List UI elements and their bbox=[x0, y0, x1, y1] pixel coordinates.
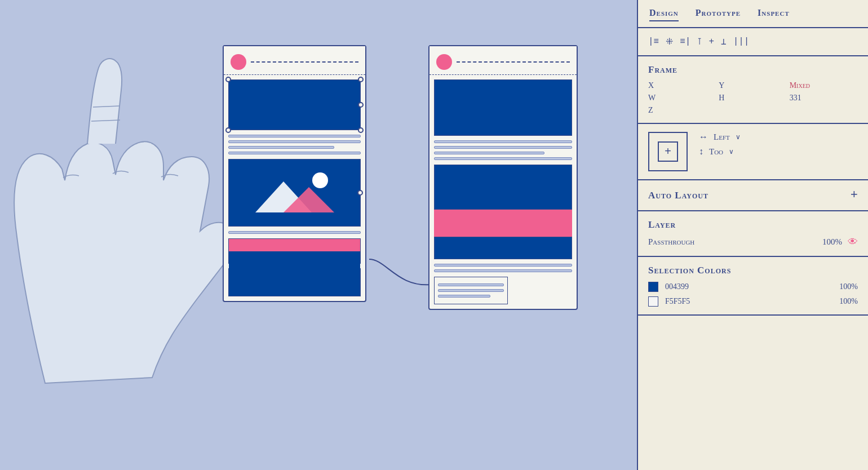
wire-line bbox=[438, 289, 504, 292]
wire-right-dark-image2 bbox=[434, 165, 572, 210]
horizontal-constraint-row: ↔ Left ∨ bbox=[699, 132, 858, 142]
svg-point-4 bbox=[312, 172, 328, 188]
color-swatch-light[interactable] bbox=[648, 296, 658, 307]
wireframe-right bbox=[428, 45, 578, 310]
wire-right-dot bbox=[436, 54, 452, 70]
x-label: X bbox=[648, 81, 716, 90]
layer-opacity-value[interactable]: 100% bbox=[822, 237, 842, 247]
wire-right-dash bbox=[457, 61, 570, 63]
wire-line bbox=[228, 135, 361, 138]
wire-left-dash bbox=[251, 61, 358, 63]
handle-tl[interactable] bbox=[225, 77, 231, 82]
wire-right-section1 bbox=[434, 79, 572, 136]
frame-props-grid: X Y Mixed W H 331 Z bbox=[648, 81, 858, 115]
wire-pink-dark-bar bbox=[229, 251, 360, 276]
handle-mr[interactable] bbox=[358, 102, 364, 108]
wire-left-section1 bbox=[228, 79, 361, 130]
wire-left-lines1 bbox=[228, 135, 361, 154]
wire-right-lines2 bbox=[434, 264, 572, 272]
h-value[interactable]: 331 bbox=[790, 94, 858, 103]
wire-left-dot bbox=[231, 54, 246, 70]
color-swatch-dark[interactable] bbox=[648, 282, 658, 292]
align-left-icon[interactable]: |≡ bbox=[648, 37, 659, 47]
layer-right-controls: 100% 👁 bbox=[822, 236, 858, 248]
y-label: Y bbox=[719, 81, 787, 90]
align-bottom-icon[interactable]: ⊥ bbox=[721, 36, 727, 47]
wire-line bbox=[438, 283, 504, 286]
y-value[interactable]: Mixed bbox=[790, 81, 858, 90]
align-middle-icon[interactable]: + bbox=[708, 37, 714, 47]
wire-line bbox=[228, 146, 334, 149]
layer-row: Passthrough 100% 👁 bbox=[648, 236, 858, 248]
color-percent-dark[interactable]: 100% bbox=[839, 282, 858, 291]
wire-left-pink bbox=[228, 238, 361, 264]
horizontal-label[interactable]: Left bbox=[714, 132, 730, 142]
h-arrow-icon: ↔ bbox=[699, 132, 708, 142]
wire-line bbox=[438, 295, 490, 298]
align-right-icon[interactable]: ≡| bbox=[680, 37, 690, 47]
align-center-h-icon[interactable]: ⁜ bbox=[666, 36, 673, 47]
wire-line bbox=[434, 152, 544, 154]
auto-layout-section: Auto Layout + bbox=[638, 180, 868, 211]
wire-right-pink bbox=[434, 210, 572, 237]
align-tools: |≡ ⁜ ≡| ⊺ + ⊥ ||| bbox=[648, 36, 858, 47]
frame-icon-inner: + bbox=[658, 141, 678, 162]
handle-photo-mr[interactable] bbox=[357, 190, 363, 196]
selection-colors-section: Selection Colors 004399 100% F5F5F5 100% bbox=[638, 257, 868, 316]
illustration-area bbox=[0, 0, 637, 470]
wire-line bbox=[228, 152, 361, 154]
tab-inspect[interactable]: Inspect bbox=[758, 6, 790, 21]
layer-title: Layer bbox=[648, 219, 858, 230]
wire-left-lines2 bbox=[228, 231, 361, 234]
v-arrow-icon: ↕ bbox=[699, 147, 703, 157]
frame-title: Frame bbox=[648, 64, 858, 76]
vertical-constraint-row: ↕ Too ∨ bbox=[699, 147, 858, 157]
wire-right-lines1 bbox=[434, 140, 572, 160]
wire-right-header bbox=[429, 46, 577, 75]
svg-line-1 bbox=[91, 120, 120, 121]
h-label: H bbox=[719, 94, 787, 103]
cross-icon: + bbox=[665, 145, 671, 158]
wire-line bbox=[434, 157, 572, 160]
auto-layout-add-icon[interactable]: + bbox=[851, 188, 858, 202]
vertical-label[interactable]: Too bbox=[709, 147, 723, 157]
mountain-scene bbox=[238, 165, 351, 221]
frame-constraint-props: ↔ Left ∨ ↕ Too ∨ bbox=[699, 132, 858, 157]
tab-prototype[interactable]: Prototype bbox=[696, 6, 741, 21]
layer-section: Layer Passthrough 100% 👁 bbox=[638, 211, 868, 257]
frame-section: Frame X Y Mixed W H 331 Z bbox=[638, 56, 868, 124]
wire-line bbox=[434, 140, 572, 143]
wire-left-dark-image bbox=[228, 79, 361, 130]
color-row-light: F5F5F5 100% bbox=[648, 296, 858, 307]
handle-tr[interactable] bbox=[358, 77, 364, 82]
w-label: W bbox=[648, 94, 716, 103]
wire-left-photo bbox=[228, 159, 361, 227]
color-hex-light[interactable]: F5F5F5 bbox=[665, 297, 832, 306]
horizontal-dropdown-icon[interactable]: ∨ bbox=[736, 133, 741, 141]
selection-colors-title: Selection Colors bbox=[648, 265, 858, 276]
wire-right-dark-below bbox=[434, 237, 572, 259]
auto-layout-title: Auto Layout bbox=[648, 190, 708, 201]
wireframe-left bbox=[223, 45, 366, 302]
wire-line bbox=[228, 140, 361, 143]
wire-left-header bbox=[224, 46, 365, 75]
visibility-icon[interactable]: 👁 bbox=[848, 236, 858, 248]
handle-bl[interactable] bbox=[225, 127, 231, 133]
color-percent-light[interactable]: 100% bbox=[839, 297, 858, 306]
z-label: Z bbox=[648, 106, 716, 115]
tab-design[interactable]: Design bbox=[649, 6, 679, 21]
wire-line bbox=[434, 264, 572, 267]
frame-position-section: + ↔ Left ∨ ↕ Too ∨ bbox=[638, 124, 868, 180]
wire-line bbox=[228, 231, 361, 234]
wire-right-section2 bbox=[434, 165, 572, 210]
color-hex-dark[interactable]: 004399 bbox=[665, 282, 832, 291]
panel-tabs: Design Prototype Inspect bbox=[638, 0, 868, 28]
handle-br[interactable] bbox=[358, 127, 364, 133]
wire-right-small-box bbox=[434, 277, 508, 304]
color-row-dark: 004399 100% bbox=[648, 282, 858, 292]
distribute-icon[interactable]: ||| bbox=[733, 37, 750, 47]
passthrough-label[interactable]: Passthrough bbox=[648, 237, 694, 247]
frame-constraint-icon: + bbox=[648, 132, 688, 171]
align-top-icon[interactable]: ⊺ bbox=[697, 36, 702, 47]
vertical-dropdown-icon[interactable]: ∨ bbox=[729, 148, 734, 156]
